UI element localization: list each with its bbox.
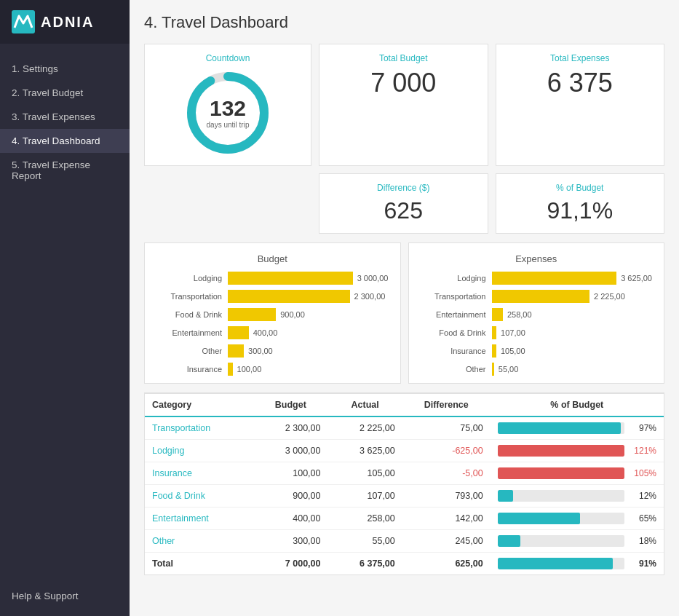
donut-center: 132 days until trip	[207, 98, 250, 129]
bar-fill	[228, 272, 353, 285]
bar-track: 300,00	[228, 344, 389, 358]
table-card: Category Budget Actual Difference % of B…	[144, 392, 664, 575]
sidebar-item-settings[interactable]: 1. Settings	[0, 57, 130, 81]
pct-bar-fill	[498, 422, 621, 434]
pct-bar-fill	[498, 535, 520, 547]
bar-fill	[228, 363, 233, 376]
table-row: Other 300,00 55,00 245,00 18%	[145, 530, 664, 553]
bar-value: 105,00	[501, 347, 525, 355]
bar-value: 3 000,00	[357, 274, 389, 283]
pct-bar-track	[498, 513, 624, 524]
col-category: Category	[145, 394, 253, 417]
cell-category: Food & Drink	[145, 485, 253, 508]
cell-budget: 300,00	[253, 530, 327, 553]
pct-label: 105%	[630, 468, 656, 478]
cell-pct: 18%	[491, 530, 664, 553]
expenses-chart-title: Expenses	[421, 253, 653, 264]
bar-row: Entertainment 400,00	[156, 326, 389, 339]
pct-bar-fill	[498, 467, 624, 479]
cell-total-budget: 7 000,00	[253, 553, 327, 575]
cell-diff: -5,00	[402, 462, 491, 485]
bar-label: Insurance	[156, 365, 222, 374]
total-budget-label: Total Budget	[331, 53, 476, 63]
pct-bar-track	[498, 422, 624, 434]
pct-label: 97%	[630, 423, 656, 433]
bar-value: 258,00	[507, 310, 532, 319]
cell-category: Other	[145, 530, 253, 553]
cell-pct: 105%	[491, 462, 664, 485]
countdown-label: Countdown	[206, 53, 250, 63]
col-pct: % of Budget	[491, 394, 664, 417]
total-expenses-label: Total Expenses	[508, 53, 653, 63]
expenses-chart-card: Expenses Lodging 3 625,00 Transportation…	[408, 242, 665, 384]
pct-bar-track	[498, 558, 624, 569]
col-budget: Budget	[253, 394, 327, 417]
cell-category: Entertainment	[145, 508, 253, 530]
bar-track: 105,00	[492, 344, 653, 358]
pct-bar-fill	[498, 513, 580, 524]
cell-actual: 2 225,00	[327, 416, 402, 440]
bar-value: 107,00	[501, 328, 525, 337]
sidebar-item-budget[interactable]: 2. Travel Budget	[0, 81, 130, 105]
cell-actual: 55,00	[327, 530, 402, 553]
kpi-row-2: Difference ($) 625 % of Budget 91,1%	[144, 173, 664, 234]
col-actual: Actual	[327, 394, 402, 417]
bar-value: 2 300,00	[354, 292, 386, 301]
cell-budget: 3 000,00	[253, 440, 327, 462]
bar-row: Transportation 2 225,00	[421, 290, 653, 303]
cell-category: Insurance	[145, 462, 253, 485]
bar-row: Lodging 3 625,00	[421, 272, 653, 285]
bar-track: 100,00	[228, 363, 389, 376]
table-row: Insurance 100,00 105,00 -5,00 105%	[145, 462, 664, 485]
bar-fill	[228, 308, 276, 321]
bar-row: Food & Drink 107,00	[421, 326, 653, 339]
cell-actual: 107,00	[327, 485, 402, 508]
pct-bar-fill	[498, 445, 624, 457]
kpi-spacer	[144, 173, 311, 234]
bar-fill	[492, 326, 497, 339]
bar-label: Other	[156, 347, 222, 355]
bar-fill	[492, 272, 617, 285]
logo: ADNIA	[0, 0, 130, 44]
budget-chart-title: Budget	[156, 253, 389, 264]
sidebar-item-dashboard[interactable]: 4. Travel Dashboard	[0, 129, 130, 153]
pct-budget-label: % of Budget	[508, 183, 653, 193]
bar-label: Lodging	[421, 274, 486, 283]
pct-label: 65%	[630, 513, 656, 524]
bar-label: Transportation	[156, 292, 222, 301]
table-header-row: Category Budget Actual Difference % of B…	[145, 394, 664, 417]
pct-label: 91%	[630, 558, 656, 569]
sidebar-item-expenses[interactable]: 3. Travel Expenses	[0, 105, 130, 129]
bar-track: 400,00	[228, 326, 389, 339]
table-total-row: Total 7 000,00 6 375,00 625,00 91%	[145, 553, 664, 575]
bar-fill	[492, 308, 503, 321]
bar-value: 900,00	[280, 310, 305, 319]
sidebar-item-help[interactable]: Help & Support	[0, 580, 130, 616]
countdown-card: Countdown 132 days until trip	[144, 44, 311, 166]
logo-icon	[12, 10, 35, 33]
pct-label: 121%	[630, 446, 656, 456]
sidebar-nav: 1. Settings 2. Travel Budget 3. Travel E…	[0, 44, 130, 580]
cell-category: Transportation	[145, 416, 253, 440]
cell-total-category: Total	[145, 553, 253, 575]
bar-row: Lodging 3 000,00	[156, 272, 389, 285]
budget-chart-card: Budget Lodging 3 000,00 Transportation 2…	[144, 242, 401, 384]
sidebar-item-report[interactable]: 5. Travel Expense Report	[0, 153, 130, 188]
countdown-donut: 132 days until trip	[184, 69, 271, 157]
bar-track: 3 000,00	[228, 272, 389, 285]
table-row: Transportation 2 300,00 2 225,00 75,00 9…	[145, 416, 664, 440]
cell-pct: 121%	[491, 440, 664, 462]
pct-budget-value: 91,1%	[508, 197, 653, 224]
bar-track: 2 300,00	[228, 290, 389, 303]
total-expenses-value: 6 375	[508, 68, 653, 98]
bar-row: Insurance 105,00	[421, 344, 653, 358]
cell-total-actual: 6 375,00	[327, 553, 402, 575]
bar-track: 258,00	[492, 308, 653, 321]
cell-actual: 3 625,00	[327, 440, 402, 462]
countdown-number: 132	[207, 98, 250, 119]
bar-row: Insurance 100,00	[156, 363, 389, 376]
pct-budget-card: % of Budget 91,1%	[496, 173, 665, 234]
budget-table: Category Budget Actual Difference % of B…	[145, 393, 664, 574]
bar-value: 100,00	[237, 365, 262, 374]
main-content: 4. Travel Dashboard Countdown 132 days u…	[130, 0, 679, 616]
